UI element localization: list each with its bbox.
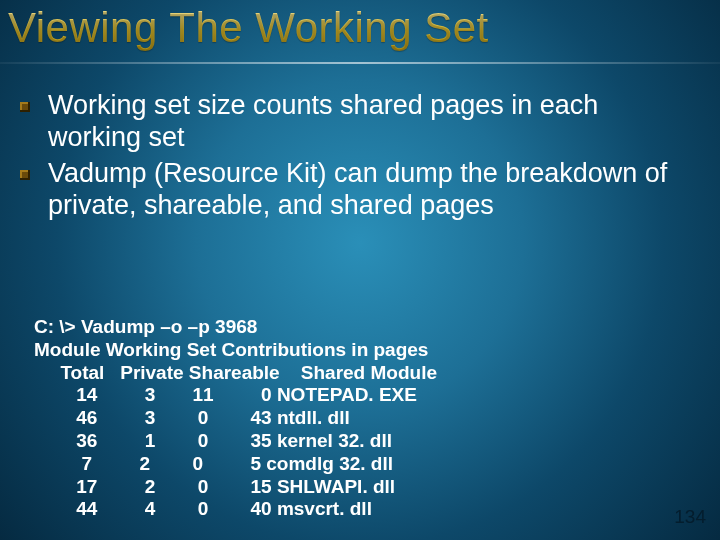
table-row: 44 4 0 40 msvcrt. dll (34, 498, 372, 519)
table-row: 36 1 0 35 kernel 32. dll (34, 430, 392, 451)
terminal-output: C: \> Vadump –o –p 3968 Module Working S… (34, 316, 437, 521)
bullet-list: Working set size counts shared pages in … (20, 90, 690, 225)
list-item: Vadump (Resource Kit) can dump the break… (20, 158, 690, 222)
terminal-cols: Total Private Shareable Shared Module (34, 362, 437, 383)
page-number: 134 (674, 506, 706, 528)
slide-title: Viewing The Working Set (8, 4, 489, 52)
slide: Viewing The Working Set Working set size… (0, 0, 720, 540)
title-underline (0, 62, 720, 64)
bullet-text: Vadump (Resource Kit) can dump the break… (48, 158, 690, 222)
table-row: 7 2 0 5 comdlg 32. dll (34, 453, 393, 474)
terminal-header: Module Working Set Contributions in page… (34, 339, 428, 360)
terminal-cmd: C: \> Vadump –o –p 3968 (34, 316, 257, 337)
bullet-icon (20, 170, 30, 180)
table-row: 14 3 11 0 NOTEPAD. EXE (34, 384, 417, 405)
table-row: 17 2 0 15 SHLWAPI. dll (34, 476, 395, 497)
bullet-icon (20, 102, 30, 112)
bullet-text: Working set size counts shared pages in … (48, 90, 690, 154)
table-row: 46 3 0 43 ntdll. dll (34, 407, 350, 428)
list-item: Working set size counts shared pages in … (20, 90, 690, 154)
